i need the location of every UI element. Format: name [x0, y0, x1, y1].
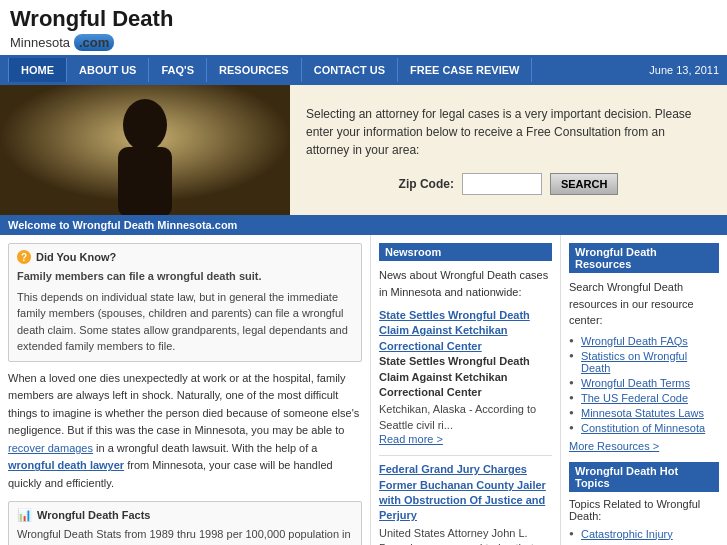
nav-item-faq[interactable]: FAQ'S	[149, 58, 207, 82]
news-divider	[379, 455, 552, 456]
news-subtitle-1: State Settles Wrongful Death Claim Again…	[379, 354, 552, 400]
nav-item-resources[interactable]: RESOURCES	[207, 58, 302, 82]
resource-item-5[interactable]: Minnesota Statutes Laws	[569, 407, 719, 419]
main-content: ? Did You Know? Family members can file …	[0, 235, 727, 545]
resource-intro: Search Wrongful Death resources in our r…	[569, 279, 719, 329]
hot-topics-header: Wrongful Death Hot Topics	[569, 462, 719, 492]
info-icon: ?	[17, 250, 31, 264]
nav-item-home[interactable]: HOME	[8, 58, 67, 82]
hero-content: Selecting an attorney for legal cases is…	[290, 85, 727, 215]
hero-svg	[0, 85, 290, 215]
hero-description: Selecting an attorney for legal cases is…	[306, 105, 711, 159]
zip-row: Zip Code: SEARCH	[306, 173, 711, 195]
nav-date: June 13, 2011	[649, 64, 719, 76]
resource-list: Wrongful Death FAQs Statistics on Wrongf…	[569, 335, 719, 434]
did-you-know-box: ? Did You Know? Family members can file …	[8, 243, 362, 362]
com-badge: .com	[74, 34, 114, 51]
welcome-text: Welcome to Wrongful Death Minnesota.com	[8, 219, 237, 231]
nav-item-contact[interactable]: CONTACT US	[302, 58, 398, 82]
news-title-1[interactable]: State Settles Wrongful Death Claim Again…	[379, 308, 552, 354]
main-paragraph: When a loved one dies unexpectedly at wo…	[8, 370, 362, 493]
news-intro: News about Wrongful Death cases in Minne…	[379, 267, 552, 300]
read-more-1[interactable]: Read more >	[379, 433, 552, 445]
zip-input[interactable]	[462, 173, 542, 195]
resource-item-3[interactable]: Wrongful Death Terms	[569, 377, 719, 389]
nav-item-free-case[interactable]: FREE CASE REVIEW	[398, 58, 532, 82]
hot-topics-intro: Topics Related to Wrongful Death:	[569, 498, 719, 522]
main-nav: HOME ABOUT US FAQ'S RESOURCES CONTACT US…	[0, 55, 727, 85]
nav-items: HOME ABOUT US FAQ'S RESOURCES CONTACT US…	[8, 58, 532, 82]
zip-label: Zip Code:	[399, 177, 454, 191]
col-mid: Newsroom News about Wrongful Death cases…	[370, 235, 560, 545]
wrongful-death-lawyer-link[interactable]: wrongful death lawyer	[8, 459, 124, 471]
resources-header: Wrongful Death Resources	[569, 243, 719, 273]
hero-image-placeholder	[0, 85, 290, 215]
dyk-body: This depends on individual state law, bu…	[17, 289, 353, 355]
news-title-2[interactable]: Federal Grand Jury Charges Former Buchan…	[379, 462, 552, 524]
facts-header: 📊 Wrongful Death Facts	[17, 508, 353, 522]
nav-item-about[interactable]: ABOUT US	[67, 58, 149, 82]
state-name: Minnesota	[10, 35, 70, 50]
recover-damages-link[interactable]: recover damages	[8, 442, 93, 454]
resource-item-2[interactable]: Statistics on Wrongful Death	[569, 350, 719, 374]
col-left: ? Did You Know? Family members can file …	[0, 235, 370, 545]
search-button[interactable]: SEARCH	[550, 173, 618, 195]
more-resources-link[interactable]: More Resources >	[569, 440, 719, 452]
dyk-title: Family members can file a wrongful death…	[17, 268, 353, 285]
hot-topics-list: Catastrophic Injury Slip and Fall Person…	[569, 528, 719, 546]
hero-image	[0, 85, 290, 215]
hero-section: Selecting an attorney for legal cases is…	[0, 85, 727, 215]
news-article-1: State Settles Wrongful Death Claim Again…	[379, 308, 552, 445]
site-header: Wrongful Death Minnesota .com	[0, 0, 727, 55]
news-article-2: Federal Grand Jury Charges Former Buchan…	[379, 462, 552, 545]
resource-item-4[interactable]: The US Federal Code	[569, 392, 719, 404]
dyk-heading: Did You Know?	[36, 251, 116, 263]
facts-box: 📊 Wrongful Death Facts Wrongful Death St…	[8, 501, 362, 545]
svg-point-1	[123, 99, 167, 151]
news-body-2: United States Attorney John L. Brownlee …	[379, 526, 552, 545]
facts-body: Wrongful Death Stats from 1989 thru 1998…	[17, 526, 353, 545]
hot-topic-1[interactable]: Catastrophic Injury	[569, 528, 719, 540]
newsroom-header: Newsroom	[379, 243, 552, 261]
welcome-bar: Welcome to Wrongful Death Minnesota.com	[0, 215, 727, 235]
chart-icon: 📊	[17, 508, 32, 522]
facts-heading: Wrongful Death Facts	[37, 509, 150, 521]
svg-rect-2	[118, 147, 172, 215]
logo-line: Minnesota .com	[10, 34, 717, 51]
site-title: Wrongful Death	[10, 6, 717, 32]
news-body-1: Ketchikan, Alaska - According to Seattle…	[379, 402, 552, 433]
resource-item-1[interactable]: Wrongful Death FAQs	[569, 335, 719, 347]
dyk-header: ? Did You Know?	[17, 250, 353, 264]
col-right: Wrongful Death Resources Search Wrongful…	[560, 235, 727, 545]
resource-item-6[interactable]: Constitution of Minnesota	[569, 422, 719, 434]
